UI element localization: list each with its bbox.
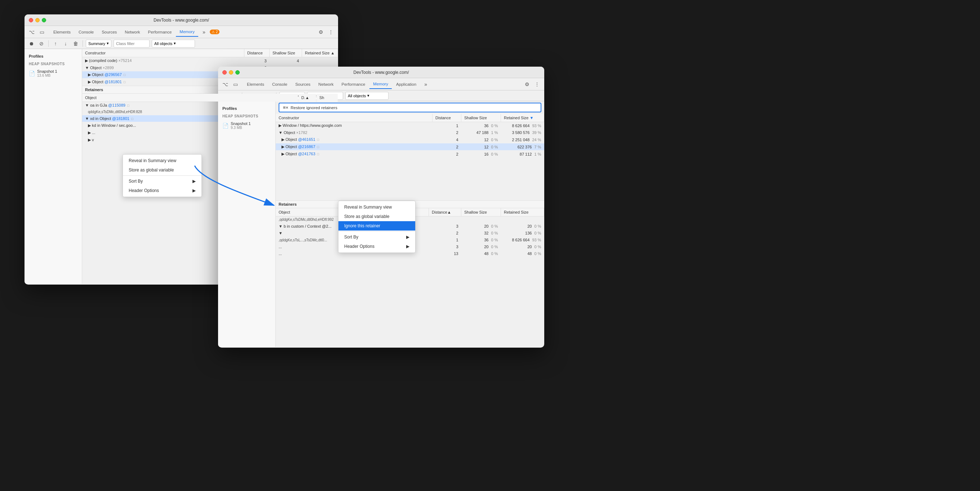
table-wrapper-2: Constructor Distance Shallow Size Retain… <box>276 114 544 200</box>
minimize-button-1[interactable] <box>35 18 40 22</box>
snapshot-1-item[interactable]: 📄 Snapshot 1 13.6 MB <box>24 67 82 79</box>
row-compiled-code[interactable]: ▶ (compiled code) ×75214 3 4 <box>82 57 338 65</box>
tab2-sources[interactable]: Sources <box>291 80 314 89</box>
take-heap-button-1[interactable]: ↑ <box>51 40 59 48</box>
ctx1-header-arrow: ▶ <box>192 188 196 193</box>
ctx1-global[interactable]: Store as global variable <box>123 165 202 175</box>
col2-distance[interactable]: Distance <box>433 114 461 122</box>
row2-window[interactable]: ▶ Window / https://www.google.com 1 36 0… <box>276 122 544 129</box>
snapshot-1-name: Snapshot 1 <box>37 69 57 73</box>
tab-icons-1: ⌥ ▭ <box>27 28 46 37</box>
col-retained-1[interactable]: Retained Size ▲ <box>302 49 338 57</box>
window-title-1: DevTools - www.google.com/ <box>154 17 209 23</box>
more-tabs-icon[interactable]: » <box>200 28 208 37</box>
traffic-lights-2[interactable] <box>223 70 240 75</box>
settings-icon-2[interactable]: ⚙ <box>523 80 531 89</box>
tab-memory[interactable]: Memory <box>176 27 198 37</box>
record-button-1[interactable]: ⏺ <box>27 40 35 48</box>
titlebar-2: DevTools - www.google.com/ <box>218 67 544 78</box>
ctx1-divider <box>123 175 202 176</box>
snapshot-2-item[interactable]: 📄 Snapshot 1 9.3 MB <box>218 119 275 132</box>
warning-badge-1[interactable]: ⚠ 2 <box>210 30 220 34</box>
close-button-2[interactable] <box>223 70 227 75</box>
ctx1-sortby[interactable]: Sort By ▶ <box>123 176 202 186</box>
ctx2-header-arrow: ▶ <box>406 244 409 249</box>
settings-icon-1[interactable]: ⚙ <box>317 28 325 37</box>
view-select-label-1: Summary <box>88 41 105 46</box>
tab-sources[interactable]: Sources <box>98 28 120 37</box>
ctx2-global[interactable]: Store as global variable <box>339 212 415 221</box>
ctx1-reveal[interactable]: Reveal in Summary view <box>123 156 202 165</box>
tab2-application[interactable]: Application <box>393 80 420 89</box>
cursor-icon-2[interactable]: ⌥ <box>221 80 229 89</box>
context-menu-2[interactable]: Reveal in Summary view Store as global v… <box>338 201 415 253</box>
tab-performance[interactable]: Performance <box>145 28 175 37</box>
tab-elements[interactable]: Elements <box>50 28 74 37</box>
objects-select-2[interactable]: All objects ▾ <box>345 92 388 100</box>
cursor-icon[interactable]: ⌥ <box>27 28 36 37</box>
objects-arrow-2: ▾ <box>367 93 369 98</box>
context-menu-1[interactable]: Reveal in Summary view Store as global v… <box>123 154 202 197</box>
col2-retained[interactable]: Retained Size ▼ <box>501 114 544 122</box>
restore-banner[interactable]: ≡× Restore ignored retainers <box>278 103 541 113</box>
ret2-col-retained[interactable]: Retained Size <box>501 208 544 216</box>
row2-object-461651[interactable]: ▶ Object @461651 □ 4 12 0 % 2 251 048 24… <box>276 136 544 143</box>
device-icon-2[interactable]: ▭ <box>231 80 240 89</box>
close-button-1[interactable] <box>29 18 33 22</box>
traffic-lights-1[interactable] <box>29 18 46 22</box>
load-button-1[interactable]: ↓ <box>62 40 70 48</box>
ctx2-reveal[interactable]: Reveal in Summary view <box>339 202 415 212</box>
snapshot-2-size: 9.3 MB <box>231 126 251 130</box>
tab-console[interactable]: Console <box>75 28 97 37</box>
ctx2-sortby[interactable]: Sort By ▶ <box>339 232 415 242</box>
row2-object-241763[interactable]: ▶ Object @241763 □ 2 16 0 % 87 112 1 % <box>276 151 544 158</box>
minimize-button-2[interactable] <box>229 70 233 75</box>
tab2-network[interactable]: Network <box>315 80 337 89</box>
ret-col-object-1[interactable]: Object <box>82 94 298 102</box>
col2-constructor[interactable]: Constructor <box>276 114 433 122</box>
view-select-arrow-1: ▾ <box>107 41 109 46</box>
sidebar-1: Profiles HEAP SNAPSHOTS 📄 Snapshot 1 13.… <box>24 49 82 284</box>
ctx1-header[interactable]: Header Options ▶ <box>123 186 202 195</box>
more-tabs-2: » <box>422 80 430 89</box>
tab2-performance[interactable]: Performance <box>338 80 369 89</box>
ret2-col-shallow[interactable]: Shallow Size <box>461 208 501 216</box>
maximize-button-2[interactable] <box>235 70 240 75</box>
ret-col-dist-1[interactable]: D.▲ <box>298 94 317 102</box>
more-options-icon-2[interactable]: ⋮ <box>533 80 541 89</box>
tab2-memory[interactable]: Memory <box>369 79 392 89</box>
class-filter-1[interactable] <box>113 40 150 48</box>
col2-shallow[interactable]: Shallow Size <box>461 114 501 122</box>
collect-button-1[interactable]: 🗑 <box>72 40 80 48</box>
row2-object-1782[interactable]: ▼ Object ×1782 2 47 188 1 % 3 580 576 39… <box>276 129 544 136</box>
objects-select-1[interactable]: All objects ▾ <box>152 40 195 48</box>
col-constructor-1[interactable]: Constructor <box>82 49 244 57</box>
col-shallow-1[interactable]: Shallow Size <box>270 49 302 57</box>
sidebar-2: Profiles HEAP SNAPSHOTS 📄 Snapshot 1 9.3… <box>218 101 276 347</box>
ret-col-sh-1[interactable]: Sh <box>317 94 338 102</box>
ctx2-ignore[interactable]: Ignore this retainer <box>339 221 415 230</box>
more-tabs-icon-2[interactable]: » <box>422 80 430 89</box>
clear-button-1[interactable]: ⊘ <box>38 40 45 48</box>
snapshot-2-name: Snapshot 1 <box>231 121 251 126</box>
tab2-elements[interactable]: Elements <box>243 80 268 89</box>
ctx2-header[interactable]: Header Options ▶ <box>339 242 415 251</box>
heap-snapshots-label-1: HEAP SNAPSHOTS <box>24 60 82 67</box>
more-options-icon-1[interactable]: ⋮ <box>326 28 335 37</box>
restore-icon: ≡× <box>283 105 288 110</box>
device-icon[interactable]: ▭ <box>38 28 46 37</box>
row2-object-216867[interactable]: ▶ Object @216867 □ 2 12 0 % 622 376 7 % <box>276 143 544 151</box>
window-title-2: DevTools - www.google.com/ <box>353 70 409 75</box>
divider-2 <box>83 40 83 47</box>
tab2-console[interactable]: Console <box>269 80 291 89</box>
objects-label-1: All objects <box>154 41 172 46</box>
col-distance-1[interactable]: Distance <box>244 49 270 57</box>
tab-icons-2: ⌥ ▭ <box>221 80 240 89</box>
view-select-1[interactable]: Summary ▾ <box>86 40 111 48</box>
maximize-button-1[interactable] <box>42 18 46 22</box>
snapshot-icon-2: 📄 <box>223 123 229 129</box>
ret2-col-dist[interactable]: Distance▲ <box>429 208 461 216</box>
tab-network[interactable]: Network <box>121 28 143 37</box>
objects-arrow-1: ▾ <box>174 41 176 46</box>
toolbar-1: ⏺ ⊘ ↑ ↓ 🗑 Summary ▾ All objects ▾ <box>24 38 338 49</box>
